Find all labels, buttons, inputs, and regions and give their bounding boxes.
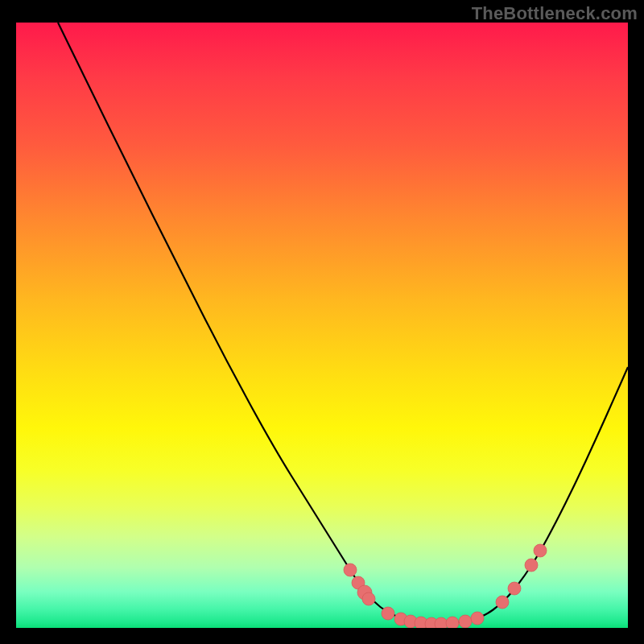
marker-dot — [508, 582, 521, 595]
marker-dot — [525, 559, 538, 572]
marker-dot — [471, 612, 484, 625]
chart-svg — [16, 23, 628, 628]
watermark-text: TheBottleneck.com — [472, 3, 638, 24]
plot-area — [16, 23, 628, 628]
marker-dot — [435, 617, 448, 628]
marker-dot — [362, 592, 375, 605]
marker-dot — [344, 564, 357, 576]
marker-dot — [534, 544, 547, 557]
bottleneck-curve — [58, 23, 628, 624]
marker-dot — [446, 617, 459, 628]
marker-dot — [459, 615, 472, 628]
marker-dot — [382, 607, 394, 620]
markers-group — [344, 544, 547, 628]
chart-frame: TheBottleneck.com — [0, 0, 644, 644]
marker-dot — [496, 596, 509, 609]
